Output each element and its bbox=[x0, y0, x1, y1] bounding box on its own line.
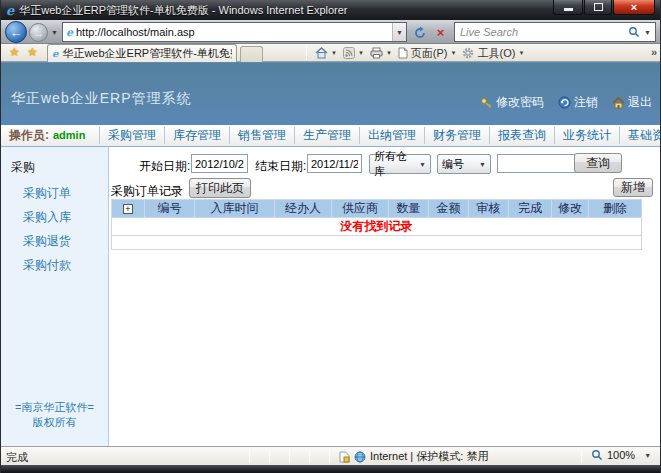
sidebar-item-purchase-order[interactable]: 采购订单 bbox=[23, 185, 71, 209]
zoom-level: 100% bbox=[607, 449, 635, 461]
zoom-control[interactable]: 100% ▼ bbox=[591, 449, 651, 461]
keyword-input[interactable] bbox=[497, 154, 577, 173]
window-frame-bottom bbox=[1, 465, 660, 473]
add-record-button[interactable]: 新增 bbox=[613, 178, 653, 197]
menu-item-finance[interactable]: 财务管理 bbox=[424, 127, 489, 144]
zone-text: Internet | 保护模式: 禁用 bbox=[370, 449, 488, 464]
menu-item-reports[interactable]: 报表查询 bbox=[489, 127, 554, 144]
menu-item-statistics[interactable]: 业务统计 bbox=[554, 127, 619, 144]
chevron-down-icon: ▼ bbox=[331, 50, 337, 56]
status-divider bbox=[269, 450, 270, 463]
back-button[interactable]: ← bbox=[5, 21, 27, 43]
menu-item-sales[interactable]: 销售管理 bbox=[229, 127, 294, 144]
close-icon: × bbox=[631, 2, 637, 13]
logout-link[interactable]: 注销 bbox=[558, 94, 598, 111]
menu-item-basedata[interactable]: 基础资料 bbox=[619, 127, 661, 144]
column-header-delete: 删除 bbox=[589, 200, 642, 218]
expand-plus-icon[interactable]: + bbox=[123, 204, 133, 214]
logout-label: 注销 bbox=[574, 94, 598, 111]
blank-row bbox=[112, 236, 642, 250]
operator-name: admin bbox=[53, 129, 85, 141]
new-tab-button[interactable] bbox=[240, 46, 263, 62]
menu-item-production[interactable]: 生产管理 bbox=[294, 127, 359, 144]
end-date-label: 结束日期: bbox=[255, 158, 306, 175]
forward-button[interactable]: → bbox=[29, 23, 48, 42]
history-dropdown[interactable]: ▼ bbox=[51, 29, 58, 36]
end-date-input[interactable] bbox=[307, 154, 362, 173]
close-button[interactable]: × bbox=[613, 0, 655, 15]
toolbar-overflow-button[interactable]: » bbox=[651, 46, 657, 58]
sidebar-item-purchase-return[interactable]: 采购退货 bbox=[23, 233, 71, 257]
minimize-button[interactable] bbox=[553, 0, 583, 15]
exit-label: 退出 bbox=[628, 94, 652, 111]
back-icon: ← bbox=[10, 25, 23, 40]
stop-icon: × bbox=[437, 25, 445, 40]
start-date-input[interactable] bbox=[191, 154, 248, 173]
sidebar-item-purchase-payment[interactable]: 采购付款 bbox=[23, 257, 71, 281]
tab-active[interactable]: e 华正web企业ERP管理软件-单机免费版 bbox=[47, 44, 237, 62]
logout-icon bbox=[558, 96, 571, 109]
chevron-down-icon: ▼ bbox=[479, 161, 486, 168]
status-divider bbox=[289, 450, 290, 463]
empty-message-row: 没有找到记录 bbox=[112, 218, 642, 236]
search-input[interactable] bbox=[455, 24, 628, 40]
warehouse-select[interactable]: 所有仓库 ▼ bbox=[369, 154, 431, 174]
url-input[interactable] bbox=[76, 24, 392, 40]
maximize-icon bbox=[594, 3, 603, 11]
column-header-number: 编号 bbox=[145, 200, 195, 218]
refresh-button[interactable] bbox=[410, 23, 429, 42]
tools-menu-button[interactable]: 工具(O) ▼ bbox=[462, 46, 524, 61]
window-controls: × bbox=[552, 0, 655, 15]
status-divider bbox=[581, 450, 582, 463]
change-password-label: 修改密码 bbox=[496, 94, 544, 111]
tab-bar: ★ ★ e 华正web企业ERP管理软件-单机免费版 ▼ bbox=[1, 44, 660, 62]
copyright-line2: 版权所有 bbox=[1, 415, 108, 430]
stop-button[interactable]: × bbox=[431, 23, 450, 42]
rss-icon bbox=[343, 47, 355, 59]
page-body: 采购 采购订单 采购入库 采购退货 采购付款 =南京华正软件= 版权所有 开始日… bbox=[1, 147, 660, 446]
home-button[interactable]: ▼ bbox=[315, 47, 337, 59]
status-divider bbox=[329, 450, 330, 463]
feeds-button[interactable]: ▼ bbox=[343, 47, 364, 59]
start-date-label: 开始日期: bbox=[139, 158, 190, 175]
main-content: 开始日期: 结束日期: 所有仓库 ▼ 编号 ▼ 查询 采购订单记录 打印此页 新… bbox=[109, 147, 661, 446]
exit-link[interactable]: 退出 bbox=[612, 94, 652, 111]
print-button[interactable]: ▼ bbox=[370, 47, 392, 59]
warehouse-selected-value: 所有仓库 bbox=[374, 149, 415, 179]
records-table: + 编号 入库时间 经办人 供应商 数量 金额 审核 完成 修改 删除 没有找到… bbox=[111, 199, 642, 250]
page-menu-button[interactable]: 页面(P) ▼ bbox=[398, 46, 457, 61]
query-button[interactable]: 查询 bbox=[574, 153, 622, 173]
chevron-down-icon: ▼ bbox=[386, 50, 392, 56]
sidebar-item-purchase-inbound[interactable]: 采购入库 bbox=[23, 209, 71, 233]
title-bar: e 华正web企业ERP管理软件-单机免费版 - Windows Interne… bbox=[1, 0, 660, 20]
module-menu: 采购管理 库存管理 销售管理 生产管理 出纳管理 财务管理 报表查询 业务统计 … bbox=[99, 125, 661, 147]
forward-icon: → bbox=[33, 27, 44, 39]
minimize-icon bbox=[564, 8, 573, 11]
search-box: ▼ bbox=[454, 22, 656, 42]
status-bar: 完成 Internet | 保护模式: 禁用 100% ▼ bbox=[1, 446, 660, 465]
gear-icon bbox=[462, 47, 474, 59]
field-select[interactable]: 编号 ▼ bbox=[437, 154, 491, 174]
table-header-row: + 编号 入库时间 经办人 供应商 数量 金额 审核 完成 修改 删除 bbox=[112, 200, 642, 218]
add-favorite-icon[interactable]: ★ bbox=[27, 45, 38, 59]
page-favicon: e bbox=[66, 27, 73, 38]
browser-window: e 华正web企业ERP管理软件-单机免费版 - Windows Interne… bbox=[0, 0, 661, 473]
favorites-icon[interactable]: ★ bbox=[9, 45, 20, 59]
tools-menu-label: 工具(O) bbox=[477, 46, 515, 61]
expand-all-header[interactable]: + bbox=[112, 200, 145, 218]
zoom-magnifier-icon bbox=[591, 449, 603, 461]
search-icon[interactable] bbox=[628, 26, 640, 38]
search-options-dropdown[interactable]: ▼ bbox=[640, 29, 655, 36]
menu-item-purchase[interactable]: 采购管理 bbox=[99, 127, 164, 144]
change-password-link[interactable]: 修改密码 bbox=[480, 94, 544, 111]
page-menu-label: 页面(P) bbox=[411, 46, 448, 61]
address-dropdown[interactable]: ▼ bbox=[392, 23, 406, 41]
print-page-button[interactable]: 打印此页 bbox=[189, 178, 251, 198]
app-title: 华正web企业ERP管理系统 bbox=[11, 90, 191, 108]
maximize-button[interactable] bbox=[584, 0, 612, 15]
column-header-modify: 修改 bbox=[552, 200, 589, 218]
menu-item-cashier[interactable]: 出纳管理 bbox=[359, 127, 424, 144]
status-divider bbox=[249, 450, 250, 463]
menu-item-inventory[interactable]: 库存管理 bbox=[164, 127, 229, 144]
empty-message: 没有找到记录 bbox=[112, 218, 642, 236]
